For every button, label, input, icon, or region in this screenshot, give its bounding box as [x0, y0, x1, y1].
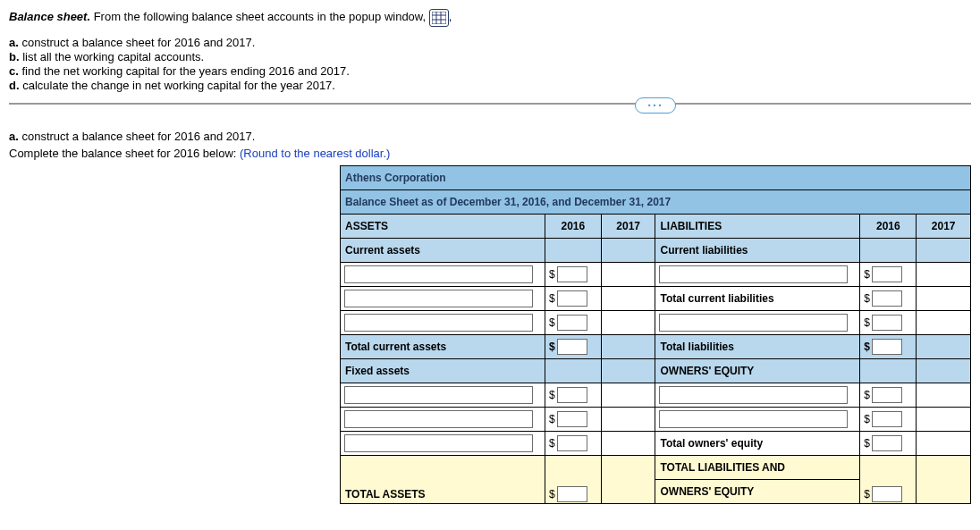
section-a-repeat: a. construct a balance sheet for 2016 an… — [9, 130, 971, 143]
lbl-current-liab: Current liabilities — [655, 239, 860, 263]
oe-label-1[interactable] — [659, 386, 848, 404]
complete-instruction: Complete the balance sheet for 2016 belo… — [9, 147, 971, 160]
question-list: a. construct a balance sheet for 2016 an… — [9, 36, 971, 92]
expand-pill[interactable]: ... — [635, 97, 676, 114]
ta-2016[interactable] — [557, 486, 587, 502]
intro-comma: , — [449, 10, 452, 23]
lbl-tl-and: TOTAL LIABILITIES AND — [655, 456, 860, 480]
lbl-total-cur-liab: Total current liabilities — [655, 287, 860, 311]
asset-2016-1[interactable] — [557, 266, 587, 282]
intro-title: Balance sheet. — [9, 10, 90, 23]
tl-2016[interactable] — [872, 339, 902, 355]
q-a: construct a balance sheet for 2016 and 2… — [21, 36, 255, 49]
oe-2016-1[interactable] — [872, 387, 902, 403]
fixed-label-1[interactable] — [344, 386, 533, 404]
divider — [9, 103, 971, 105]
tcl-2016[interactable] — [872, 290, 902, 307]
fixed-2016-2[interactable] — [557, 411, 587, 427]
popup-icon[interactable] — [429, 9, 449, 27]
hdr-liab: LIABILITIES — [655, 215, 860, 239]
lbl-total-assets: TOTAL ASSETS — [341, 456, 545, 504]
fixed-2016-1[interactable] — [557, 387, 587, 403]
lbl-total-oe: Total owners' equity — [655, 432, 860, 456]
balance-sheet-table: Athens Corporation Balance Sheet as of D… — [340, 165, 971, 504]
sheet-subtitle: Balance Sheet as of December 31, 2016, a… — [341, 190, 971, 215]
fixed-label-2[interactable] — [344, 410, 533, 428]
asset-2016-2[interactable] — [557, 290, 587, 307]
svg-rect-0 — [432, 12, 446, 24]
asset-label-1[interactable] — [344, 265, 533, 283]
lbl-current-assets: Current assets — [341, 239, 545, 263]
q-d: calculate the change in net working capi… — [22, 79, 335, 92]
liab-2016-1[interactable] — [872, 266, 902, 282]
asset-2016-3[interactable] — [557, 315, 587, 331]
q-c: find the net working capital for the yea… — [21, 64, 349, 78]
liab-2016-2[interactable] — [872, 315, 902, 331]
oe-2016-2[interactable] — [872, 411, 902, 427]
q-b: list all the working capital accounts. — [22, 50, 204, 63]
hdr-assets: ASSETS — [341, 215, 545, 239]
oe-label-2[interactable] — [659, 410, 848, 428]
lbl-owners-equity: OWNERS' EQUITY — [655, 359, 860, 383]
asset-label-3[interactable] — [344, 314, 533, 332]
hdr-2016-l: 2016 — [860, 215, 917, 239]
intro-text: From the following balance sheet account… — [94, 10, 429, 23]
hdr-2016-a: 2016 — [545, 215, 601, 239]
lbl-total-liab: Total liabilities — [655, 335, 860, 359]
hdr-2017-l: 2017 — [917, 215, 971, 239]
round-note: (Round to the nearest dollar.) — [240, 147, 390, 160]
intro-line: Balance sheet. From the following balanc… — [9, 9, 971, 27]
lbl-tl-oe: OWNERS' EQUITY — [655, 480, 860, 504]
tca-2016[interactable] — [557, 339, 587, 355]
corp-title: Athens Corporation — [341, 166, 971, 190]
lbl-fixed-assets: Fixed assets — [341, 359, 545, 383]
fixed-label-3[interactable] — [344, 434, 533, 452]
lbl-total-cur-assets: Total current assets — [341, 335, 545, 359]
toe-2016[interactable] — [872, 435, 902, 451]
liab-label-2[interactable] — [659, 314, 848, 332]
fixed-2016-3[interactable] — [557, 435, 587, 451]
liab-label-1[interactable] — [659, 265, 848, 283]
complete-text: Complete the balance sheet for 2016 belo… — [9, 147, 240, 160]
asset-label-2[interactable] — [344, 290, 533, 307]
hdr-2017-a: 2017 — [601, 215, 655, 239]
tloe-2016[interactable] — [872, 486, 902, 502]
